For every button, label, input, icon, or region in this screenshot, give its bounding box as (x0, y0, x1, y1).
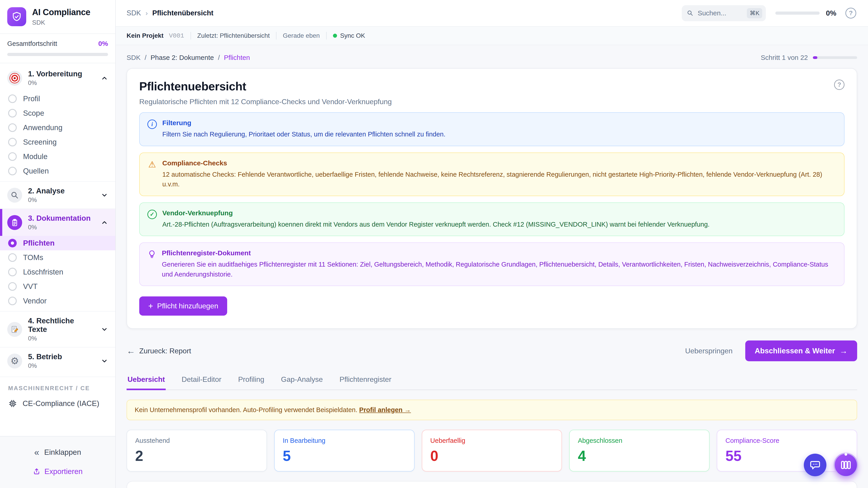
divider (276, 32, 276, 39)
infobox-title: Pflichtenregister-Dokument (162, 249, 836, 257)
nav-section-betrieb: ⚙ 5. Betrieb 0% (0, 347, 115, 375)
wizard-nav-row: ← Zurueck: Report Ueberspringen Abschlie… (127, 340, 857, 361)
export-icon (33, 468, 40, 475)
sidebar-item-module[interactable]: Module (0, 149, 115, 164)
page-title: Pflichtenuebersicht (139, 79, 246, 93)
breadcrumb-root[interactable]: SDK (127, 9, 141, 17)
infobox-vendor-verknuepfung: ✓ Vendor-Verknuepfung Art.-28-Pflichten … (139, 202, 844, 236)
chat-fab-button[interactable] (804, 454, 827, 476)
sidebar-item-label: Quellen (23, 167, 49, 175)
radio-icon (8, 138, 17, 147)
back-link[interactable]: ← Zurueck: Report (127, 346, 191, 356)
check-circle-icon: ✓ (147, 210, 157, 219)
stat-value: 5 (283, 448, 406, 464)
profil-anlegen-link[interactable]: Profil anlegen → (359, 406, 411, 414)
sidebar-item-label: Pflichten (23, 239, 55, 248)
radio-icon (8, 123, 17, 132)
columns-fab-button[interactable] (834, 453, 858, 477)
tabs: Uebersicht Detail-Editor Profiling Gap-A… (127, 372, 857, 390)
sidebar-item-scope[interactable]: Scope (0, 106, 115, 121)
sidebar-item-vvt[interactable]: VVT (0, 279, 115, 294)
chat-bubble-icon (809, 459, 821, 471)
breadcrumb-sdk[interactable]: SDK (127, 54, 141, 61)
sidebar-item-ce-compliance[interactable]: CE-Compliance (IACE) (0, 395, 115, 414)
target-icon (9, 73, 20, 84)
sidebar: AI Compliance SDK Gesamtfortschritt 0% 1… (0, 0, 116, 488)
sidebar-item-label: Module (23, 152, 48, 161)
section-header-rechtliche-texte[interactable]: 4. Rechtliche Texte 0% (0, 312, 115, 347)
breadcrumb-sep: / (145, 54, 147, 61)
columns-icon (840, 459, 852, 471)
group-label-maschinenrecht: MASCHINENRECHT / CE (0, 377, 115, 395)
sidebar-item-anwendung[interactable]: Anwendung (0, 121, 115, 135)
stat-value: 4 (578, 448, 701, 464)
search-input[interactable] (698, 9, 743, 17)
chevron-down-icon[interactable] (101, 326, 108, 333)
infobox-filterung: i Filterung Filtern Sie nach Regulierung… (139, 112, 844, 146)
stat-card-in-bearbeitung: In Bearbeitung 5 (274, 430, 414, 471)
sidebar-item-vendor[interactable]: Vendor (0, 294, 115, 311)
step-label: Schritt 1 von 22 (761, 54, 808, 61)
tab-gap-analyse[interactable]: Gap-Analyse (280, 372, 324, 390)
section-label: 4. Rechtliche Texte (28, 317, 95, 334)
collapse-sidebar-button[interactable]: « Einklappen (34, 448, 81, 457)
add-pflicht-button[interactable]: + Pflicht hinzufuegen (139, 296, 227, 316)
infobox-pflichtenregister: Pflichtenregister-Dokument Generieren Si… (139, 242, 844, 286)
infobox-title: Compliance-Checks (162, 159, 836, 167)
overall-progress: Gesamtfortschritt 0% (0, 34, 115, 63)
help-icon[interactable]: ? (845, 8, 856, 19)
section-header-vorbereitung[interactable]: 1. Vorbereitung 0% (0, 65, 115, 92)
section-header-dokumentation[interactable]: 3. Dokumentation 0% (0, 209, 115, 236)
section-header-betrieb[interactable]: ⚙ 5. Betrieb 0% (0, 348, 115, 375)
chevron-up-icon[interactable] (101, 219, 108, 226)
chevron-up-icon[interactable] (101, 74, 108, 82)
skip-button[interactable]: Ueberspringen (685, 347, 733, 355)
sidebar-item-quellen[interactable]: Quellen (0, 164, 115, 181)
back-label: Zurueck: Report (139, 347, 191, 355)
finish-next-label: Abschliessen & Weiter (755, 347, 835, 355)
chevron-down-icon[interactable] (101, 192, 108, 199)
statusbar: Kein Projekt V001 Zuletzt: Pflichtenüber… (116, 27, 868, 45)
finish-next-button[interactable]: Abschliessen & Weiter → (745, 340, 857, 361)
step-progress: Schritt 1 von 22 (761, 54, 857, 61)
stat-label: In Bearbeitung (283, 437, 406, 445)
infobox-compliance-checks: ⚠ Compliance-Checks 12 automatische Chec… (139, 153, 844, 196)
tab-uebersicht[interactable]: Uebersicht (127, 372, 166, 390)
sidebar-item-screening[interactable]: Screening (0, 135, 115, 149)
breadcrumb-phase[interactable]: Phase 2: Dokumente (151, 54, 214, 61)
sidebar-item-loeschfristen[interactable]: Löschfristen (0, 265, 115, 279)
infobox-body: Art.-28-Pflichten (Auftragsverarbeitung)… (162, 220, 710, 230)
overall-progress-bar (7, 53, 108, 56)
section-header-analyse[interactable]: 2. Analyse 0% (0, 182, 115, 208)
sidebar-item-pflichten[interactable]: Pflichten (0, 236, 115, 250)
app-subtitle: SDK (32, 19, 90, 26)
tab-detail-editor[interactable]: Detail-Editor (181, 372, 222, 390)
export-button[interactable]: Exportieren (33, 467, 83, 476)
sidebar-item-profil[interactable]: Profil (0, 92, 115, 106)
content: SDK / Phase 2: Dokumente / Pflichten Sch… (116, 45, 868, 488)
infobox-title: Vendor-Verknuepfung (162, 209, 710, 217)
nav-section-rechtliche-texte: 4. Rechtliche Texte 0% (0, 311, 115, 347)
card-help-icon[interactable]: ? (834, 79, 844, 90)
stat-value: 55 (725, 448, 848, 464)
sidebar-item-toms[interactable]: TOMs (0, 250, 115, 265)
sidebar-item-label: Scope (23, 109, 44, 118)
app-header: AI Compliance SDK (0, 0, 115, 34)
search-box[interactable]: ⌘K (682, 5, 766, 21)
tab-pflichtenregister[interactable]: Pflichtenregister (339, 372, 392, 390)
section-label: 3. Dokumentation (28, 214, 91, 223)
sidebar-item-label: Löschfristen (23, 268, 63, 276)
infobox-body: Generieren Sie ein auditfaehiges Pflicht… (162, 260, 836, 279)
tab-profiling[interactable]: Profiling (237, 372, 265, 390)
main-area: SDK › Pflichtenübersicht ⌘K 0% ? Kein Pr… (116, 0, 868, 488)
group-item-label: CE-Compliance (IACE) (23, 399, 99, 408)
app-title: AI Compliance (32, 7, 90, 17)
stat-label: Ausstehend (135, 437, 258, 445)
chevron-down-icon[interactable] (101, 357, 108, 365)
radio-icon (8, 297, 17, 305)
magnifier-icon (7, 188, 22, 203)
radio-icon (8, 253, 17, 262)
info-circle-icon: i (147, 120, 157, 129)
sidebar-item-label: TOMs (23, 253, 43, 262)
project-version: V001 (169, 32, 184, 39)
